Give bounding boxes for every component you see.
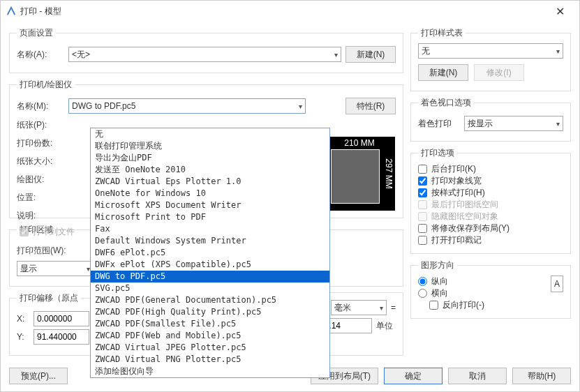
orientation-group: 图形方向 纵向 横向 反向打印(-) A [410,259,571,319]
dropdown-option[interactable]: DWF6 ePlot.pc5 [91,247,329,259]
window-title: 打印 - 模型 [20,6,61,17]
opt-lineweight-checkbox[interactable]: 打印对象线宽 [418,175,563,187]
dropdown-option[interactable]: DWFx ePlot (XPS Compatible).pc5 [91,259,329,271]
chevron-down-icon: ▾ [380,304,383,312]
titlebar: 打印 - 模型 ✕ [1,1,579,22]
new-page-setup-button[interactable]: 新建(N) [345,46,396,63]
dropdown-option[interactable]: ZWCAD PDF(General Documentation).pc5 [91,294,329,306]
page-name-label: 名称(A): [17,49,64,61]
orient-portrait-radio[interactable]: 纵向 [418,276,551,287]
chevron-down-icon: ▾ [556,120,560,128]
dropdown-option[interactable]: Microsoft Print to PDF [91,211,329,223]
dropdown-option[interactable]: ZWCAD Virtual JPEG Plotter.pc5 [91,342,329,354]
style-edit-button: 修改(I) [474,64,524,81]
dropdown-option[interactable]: ZWCAD Virtual PNG Plotter.pc5 [91,354,329,365]
help-button[interactable]: 帮助(H) [512,368,571,384]
style-table-group: 打印样式表 无▾ 新建(N) 修改(I) [410,27,571,91]
page-setup-group: 页面设置 名称(A): <无>▾ 新建(N) [9,27,403,73]
dropdown-option[interactable]: DWG to PDF.pc5 [91,271,329,282]
dropdown-option[interactable]: ZWCAD PDF(High Quality Print).pc5 [91,306,329,318]
printer-name-dropdown[interactable]: 无联创打印管理系统导出为金山PDF发送至 OneNote 2010ZWCAD V… [90,128,330,378]
chevron-down-icon: ▾ [556,47,560,55]
dropdown-option[interactable]: 导出为金山PDF [91,152,329,164]
print-range-select[interactable]: 显示▾ [17,261,94,276]
page-name-select[interactable]: <无>▾ [68,47,341,62]
dropdown-option[interactable]: 无 [91,128,329,140]
dropdown-option[interactable]: 发送至 OneNote 2010 [91,164,329,176]
offset-y-input[interactable] [34,329,89,345]
close-button[interactable]: ✕ [546,5,574,18]
paper-preview: 210 MM 297 MM [324,137,395,211]
style-table-select[interactable]: 无▾ [418,43,563,59]
shade-plot-select[interactable]: 按显示▾ [464,116,563,131]
scale-unit-select[interactable]: 毫米▾ [331,300,387,315]
chevron-down-icon: ▾ [334,51,338,59]
dropdown-option[interactable]: 添加绘图仪向导 [91,365,329,377]
dropdown-option[interactable]: ZWCAD Virtual Eps Plotter 1.0 [91,176,329,188]
dropdown-option[interactable]: 联创打印管理系统 [91,140,329,152]
dropdown-option[interactable]: OneNote for Windows 10 [91,188,329,199]
opt-last-checkbox: 最后打印图纸空间 [418,199,563,211]
opt-bystyle-checkbox[interactable]: 按样式打印(H) [418,187,563,199]
style-new-button[interactable]: 新建(N) [418,64,468,81]
ok-button[interactable]: 确定 [384,368,443,384]
opt-stamp-checkbox[interactable]: 打开打印戳记 [418,234,563,246]
preview-button[interactable]: 预览(P)... [9,368,68,384]
chevron-down-icon: ▾ [299,103,302,110]
opt-bg-checkbox[interactable]: 后台打印(K) [418,163,563,175]
printer-name-label: 名称(M): [17,100,64,112]
dropdown-option[interactable]: Default Windows System Printer [91,235,329,247]
orient-reverse-checkbox[interactable]: 反向打印(-) [429,299,551,311]
printer-properties-button[interactable]: 特性(R) [345,98,396,114]
orient-landscape-radio[interactable]: 横向 [418,287,551,299]
dropdown-option[interactable]: Microsoft XPS Document Writer [91,199,329,211]
app-icon [6,6,16,16]
viewport-group: 着色视口选项 着色打印 按显示▾ [410,97,571,142]
dropdown-option[interactable]: ZWCAD PDF(Smallest File).pc5 [91,318,329,330]
opt-save-checkbox[interactable]: 将修改保存到布局(Y) [418,223,563,234]
cancel-button[interactable]: 取消 [448,368,507,384]
offset-x-input[interactable] [34,311,89,326]
options-group: 打印选项 后台打印(K) 打印对象线宽 按样式打印(H) 最后打印图纸空间 隐藏… [410,147,571,254]
opt-hide-checkbox: 隐藏图纸空间对象 [418,211,563,223]
dropdown-option[interactable]: ZWCAD PDF(Web and Mobile).pc5 [91,330,329,342]
orientation-icon: A [551,276,563,292]
dropdown-option[interactable]: Fax [91,223,329,235]
print-dialog: 打印 - 模型 ✕ 页面设置 名称(A): <无>▾ 新建(N) 打印机/绘图仪… [0,0,580,392]
printer-name-select[interactable]: DWG to PDF.pc5▾ [68,98,306,114]
dropdown-option[interactable]: SVG.pc5 [91,282,329,294]
